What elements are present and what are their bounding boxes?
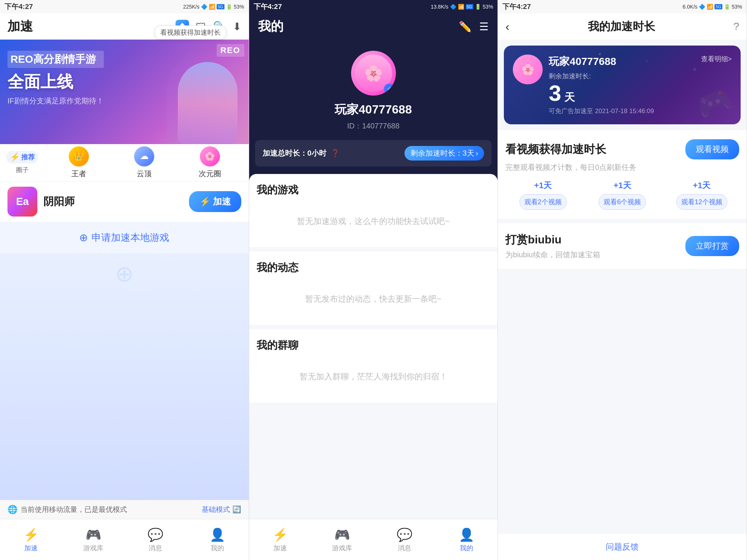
nav-gamelibrary-label: 游戏库 — [83, 544, 103, 553]
user-profile: 🌸 ♂ 玩家40777688 ID：140777688 — [249, 40, 498, 140]
nav-mine[interactable]: 👤 我的 — [186, 527, 248, 553]
speed-indicator-2: 13.8K/s — [431, 4, 448, 10]
banner-text: REO高分剧情手游 全面上线 IF剧情分支满足原作党期待！ — [7, 51, 104, 106]
globe-icon: 🌐 — [7, 505, 18, 514]
status-icons-1: 225K/s 🔷 📶 5G 🔋 53% — [183, 4, 244, 10]
lightning-icon: ⚡ — [199, 196, 211, 207]
bottom-nav-2: ⚡ 加速 🎮 游戏库 💬 消息 👤 我的 — [249, 519, 498, 560]
tier-3-bonus: +1天 — [693, 180, 710, 191]
status-right[interactable]: 基础模式 🔄 — [202, 505, 241, 514]
nav2-message[interactable]: 💬 消息 — [374, 527, 436, 553]
status-bar-3: 下午4:27 6.0K/s 🔷 📶 5G 🔋 53% — [498, 0, 747, 13]
my-posts-title: 我的动态 — [257, 261, 490, 275]
circle-item-ciyuan[interactable]: 🌸 次元圈 — [177, 146, 243, 179]
speed-indicator-3: 6.0K/s — [683, 4, 698, 10]
apply-text: 申请加速本地游戏 — [92, 231, 169, 244]
question-icon[interactable]: ❓ — [331, 149, 340, 157]
my-groups-empty: 暂无加入群聊，茫茫人海找到你的归宿！ — [257, 360, 490, 393]
nav2-mine-icon: 👤 — [459, 527, 474, 542]
circle-item-yunding[interactable]: ☁ 云顶 — [112, 146, 177, 179]
tier-2-button[interactable]: 观看6个视频 — [599, 194, 646, 210]
bluetooth-icon-2: 🔷 — [450, 4, 456, 10]
bluetooth-icon: 🔷 — [201, 4, 207, 10]
feedback-link[interactable]: 问题反馈 — [498, 534, 747, 560]
status-time-3: 下午4:27 — [502, 2, 531, 12]
my-groups-section: 我的群聊 暂无加入群聊，茫茫人海找到你的归宿！ — [249, 329, 498, 402]
battery-icon-3: 🔋 — [724, 4, 730, 10]
nav-accelerate-icon: ⚡ — [23, 527, 39, 542]
speed-indicator-1: 225K/s — [183, 4, 199, 10]
remain-days: 3 — [549, 82, 561, 105]
tier-1-button[interactable]: 观看2个视频 — [520, 194, 567, 210]
username: 玩家40777688 — [335, 102, 412, 118]
bottom-status: 🌐 当前使用移动流量，已是最优模式 基础模式 🔄 — [0, 500, 249, 519]
circle-section: ⚡ 推荐 圈子 👑 王者 ☁ 云顶 🌸 次元圈 — [0, 144, 249, 181]
status-time-1: 下午4:27 — [4, 2, 33, 12]
nav-accelerate[interactable]: ⚡ 加速 — [0, 527, 62, 553]
apply-local-game[interactable]: ⊕ 申请加速本地游戏 — [0, 222, 249, 253]
gray-content-area — [498, 269, 747, 534]
reward-button[interactable]: 立即打赏 — [685, 236, 739, 256]
recommend-circle[interactable]: ⚡ 推荐 圈子 — [6, 151, 38, 174]
recommend-label: 推荐 — [21, 153, 35, 162]
tier-1: +1天 观看2个视频 — [505, 180, 580, 210]
my-posts-empty: 暂无发布过的动态，快去更新一条吧~ — [257, 282, 490, 316]
total-speed: 加速总时长：0小时 ❓ — [263, 148, 340, 158]
card-avatar: 🌸 — [513, 55, 543, 84]
watch-video-desc: 完整观看视频才计数，每日0点刷新任务 — [505, 162, 739, 172]
reward-section: 打赏biubiu 为biubiu续命，回馈加速宝箱 立即打赏 — [498, 223, 747, 269]
speed-duration-header: ‹ 我的加速时长 ? — [498, 13, 747, 40]
circle-avatar-yunding: ☁ — [134, 146, 154, 167]
menu-icon[interactable]: ☰ — [479, 21, 489, 33]
help-button[interactable]: ? — [733, 21, 739, 32]
view-detail-link[interactable]: 查看明细> — [701, 55, 732, 63]
reward-title: 打赏biubiu — [505, 232, 600, 248]
signal-icon-3: 📶 — [707, 4, 713, 10]
status-left-text: 当前使用移动流量，已是最优模式 — [21, 505, 127, 514]
recommend-icon: ⚡ — [10, 152, 20, 162]
tier-2-bonus: +1天 — [614, 180, 631, 191]
speed-button[interactable]: ⚡ 加速 — [189, 191, 241, 212]
nav2-message-icon: 💬 — [397, 527, 412, 542]
mine-title: 我的 — [258, 18, 283, 35]
user-avatar: 🌸 ♂ — [351, 51, 396, 96]
nav2-gamelibrary-label: 游戏库 — [332, 544, 352, 553]
mine-content: 我的游戏 暂无加速游戏，这么牛的功能快去试试吧~ 我的动态 暂无发布过的动态，快… — [249, 174, 498, 519]
network-tag-3: 5G — [715, 4, 722, 9]
watch-video-button[interactable]: 观看视频 — [685, 139, 739, 159]
nav-mine-label: 我的 — [211, 544, 224, 553]
nav2-mine-label: 我的 — [460, 544, 473, 553]
bottom-nav-1: ⚡ 加速 🎮 游戏库 💬 消息 👤 我的 — [0, 519, 249, 560]
nav-gamelibrary[interactable]: 🎮 游戏库 — [62, 527, 124, 553]
nav2-accelerate[interactable]: ⚡ 加速 — [249, 527, 311, 553]
banner-character — [167, 47, 249, 144]
status-icons-2: 13.8K/s 🔷 📶 5G 🔋 53% — [431, 4, 493, 10]
speed-info-bar: 加速总时长：0小时 ❓ 剩余加速时长：3天 › — [255, 140, 492, 167]
remain-label: 剩余加速时长: — [549, 72, 732, 81]
game-item-onmyoji: Ea 阴阳师 ⚡ 加速 — [0, 181, 249, 222]
banner-line1: REO高分剧情手游 — [7, 51, 104, 68]
nav2-gamelibrary[interactable]: 🎮 游戏库 — [311, 527, 373, 553]
edit-icon[interactable]: ✏️ — [459, 21, 472, 33]
watch-video-header: 看视频获得加速时长 观看视频 — [505, 139, 739, 159]
signal-icon-2: 📶 — [458, 4, 464, 10]
reward-desc: 为biubiu续命，回馈加速宝箱 — [505, 250, 600, 260]
status-bar-2: 下午4:27 13.8K/s 🔷 📶 5G 🔋 53% — [249, 0, 498, 13]
chevron-right-icon: › — [476, 149, 478, 158]
circle-item-wangzhe[interactable]: 👑 王者 — [46, 146, 112, 179]
tier-3-button[interactable]: 观看12个视频 — [676, 194, 727, 210]
download-icon[interactable]: ⬇ — [233, 21, 241, 33]
mine-header-icons: ✏️ ☰ — [459, 21, 489, 33]
status-time-2: 下午4:27 — [254, 2, 282, 12]
nav2-gamelibrary-icon: 🎮 — [334, 527, 350, 542]
tier-1-bonus: +1天 — [534, 180, 552, 191]
nav2-mine[interactable]: 👤 我的 — [436, 527, 498, 553]
circle-avatar-ciyuan: 🌸 — [200, 146, 220, 167]
remain-speed-btn[interactable]: 剩余加速时长：3天 › — [405, 146, 484, 161]
nav-message[interactable]: 💬 消息 — [124, 527, 186, 553]
back-button[interactable]: ‹ — [505, 20, 509, 34]
network-tag-2: 5G — [466, 4, 474, 9]
status-bar-1: 下午4:27 225K/s 🔷 📶 5G 🔋 53% — [0, 0, 249, 13]
circle-label-wangzhe: 王者 — [71, 169, 86, 179]
nav2-message-label: 消息 — [398, 544, 411, 553]
